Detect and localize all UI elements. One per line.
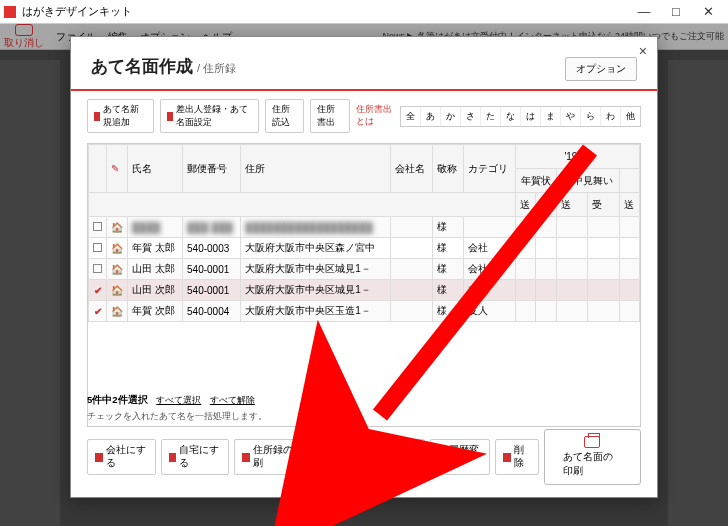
modal-subtitle: / 住所録	[197, 61, 236, 76]
cell-title: 様	[432, 217, 463, 238]
index-tab[interactable]: あ	[421, 107, 441, 126]
index-tab[interactable]: 全	[401, 107, 421, 126]
row-checkbox[interactable]	[89, 217, 107, 238]
export-button[interactable]: 住所書出	[310, 99, 349, 133]
cell-title: 様	[432, 238, 463, 259]
cell-zip: 540-0004	[183, 301, 241, 322]
select-all-link[interactable]: すべて選択	[156, 395, 201, 405]
folder-icon	[325, 453, 333, 462]
option-button[interactable]: オプション	[565, 57, 637, 81]
import-button[interactable]: 住所読込	[265, 99, 304, 133]
col-company[interactable]: 会社名	[391, 145, 432, 193]
app-title: はがきデザインキット	[22, 4, 132, 19]
cell-name: 山田 太郎	[128, 259, 183, 280]
cell-company	[391, 217, 432, 238]
history-button[interactable]: 履歴変更	[430, 439, 490, 475]
cell-category: 会社	[463, 259, 515, 280]
home-icon: 🏠	[107, 238, 128, 259]
new-address-button[interactable]: あて名新規追加	[87, 99, 154, 133]
address-table: ✎ 氏名 郵便番号 住所 会社名 敬称 カテゴリ '19 亥 年賀状 暑中見舞い…	[87, 143, 641, 427]
cell-category: 友人	[463, 280, 515, 301]
index-tab[interactable]: ら	[581, 107, 601, 126]
home-icon: 🏠	[107, 217, 128, 238]
toolbar: あて名新規追加 差出人登録・あて名面設定 住所読込 住所書出 住所書出とは 全 …	[71, 91, 657, 139]
table-row[interactable]: 🏠███████-█████████████████████様	[89, 217, 640, 238]
cell-category: 会社	[463, 238, 515, 259]
titlebar: はがきデザインキット — □ ✕	[0, 0, 728, 24]
col-title[interactable]: 敬称	[432, 145, 463, 193]
index-tab[interactable]: な	[501, 107, 521, 126]
undo-icon	[15, 24, 33, 36]
col-nenga[interactable]: 年賀状	[515, 169, 556, 193]
col-addr[interactable]: 住所	[241, 145, 391, 193]
cell-title: 様	[432, 301, 463, 322]
address-modal: × あて名面作成 / 住所録 オプション あて名新規追加 差出人登録・あて名面設…	[70, 36, 658, 498]
cell-company	[391, 259, 432, 280]
row-checkbox[interactable]	[89, 259, 107, 280]
cell-addr: ██████████████████	[241, 217, 391, 238]
cell-name: 年賀 太郎	[128, 238, 183, 259]
home-icon: 🏠	[107, 280, 128, 301]
selection-count: 5件中2件選択	[87, 394, 148, 405]
honorific-button[interactable]: 敬称	[382, 439, 425, 475]
col-category[interactable]: カテゴリ	[463, 145, 515, 193]
cell-zip: 540-0001	[183, 259, 241, 280]
maximize-button[interactable]: □	[660, 4, 692, 20]
index-tab[interactable]: た	[481, 107, 501, 126]
print-main-button[interactable]: あて名面の印刷	[544, 429, 642, 485]
cell-title: 様	[432, 280, 463, 301]
home-icon: 🏠	[107, 259, 128, 280]
col-name[interactable]: 氏名	[128, 145, 183, 193]
building-icon	[95, 453, 103, 462]
cell-company	[391, 301, 432, 322]
cell-addr: 大阪府大阪市中央区城見1－	[241, 280, 391, 301]
index-tab[interactable]: や	[561, 107, 581, 126]
row-checkbox[interactable]: ✔	[89, 301, 107, 322]
col-shochu[interactable]: 暑中見舞い	[557, 169, 620, 193]
trash-icon	[503, 453, 511, 462]
index-tab[interactable]: さ	[461, 107, 481, 126]
index-tab[interactable]: 他	[621, 107, 640, 126]
export-help-link[interactable]: 住所書出とは	[356, 104, 394, 128]
table-row[interactable]: 🏠山田 太郎540-0001大阪府大阪市中央区城見1－様会社	[89, 259, 640, 280]
index-tab[interactable]: わ	[601, 107, 621, 126]
table-row[interactable]: 🏠年賀 太郎540-0003大阪府大阪市中央区森ノ宮中様会社	[89, 238, 640, 259]
col-zip[interactable]: 郵便番号	[183, 145, 241, 193]
cell-name: 山田 次郎	[128, 280, 183, 301]
minimize-button[interactable]: —	[628, 4, 660, 20]
category-button[interactable]: カテゴリ	[317, 439, 377, 475]
deselect-all-link[interactable]: すべて解除	[210, 395, 255, 405]
set-home-button[interactable]: 自宅にする	[161, 439, 230, 475]
cell-zip: 540-0003	[183, 238, 241, 259]
home-icon	[169, 453, 177, 462]
index-tab[interactable]: ま	[541, 107, 561, 126]
undo-button[interactable]: 取り消し	[4, 24, 44, 50]
list-icon	[242, 453, 250, 462]
person-icon	[167, 112, 173, 121]
row-checkbox[interactable]	[89, 238, 107, 259]
cell-company	[391, 280, 432, 301]
index-tabs: 全 あ か さ た な は ま や ら わ 他	[400, 106, 641, 127]
index-tab[interactable]: か	[441, 107, 461, 126]
printer-icon	[584, 436, 600, 448]
app-icon	[4, 6, 16, 18]
cell-category: 友人	[463, 301, 515, 322]
modal-close-button[interactable]: ×	[639, 43, 647, 59]
cell-category	[463, 217, 515, 238]
col-year-group: '19 亥	[515, 145, 639, 169]
row-checkbox[interactable]: ✔	[89, 280, 107, 301]
cell-addr: 大阪府大阪市中央区玉造1－	[241, 301, 391, 322]
index-tab[interactable]: は	[521, 107, 541, 126]
print-list-button[interactable]: 住所録の印刷	[234, 439, 311, 475]
sender-settings-button[interactable]: 差出人登録・あて名面設定	[160, 99, 259, 133]
modal-header: あて名面作成 / 住所録 オプション	[71, 37, 657, 91]
cell-name: 年賀 次郎	[128, 301, 183, 322]
tag-icon	[390, 453, 398, 462]
modal-title: あて名面作成	[91, 55, 193, 78]
delete-button[interactable]: 削除	[495, 439, 538, 475]
close-button[interactable]: ✕	[692, 4, 724, 20]
footer-hint: チェックを入れたあて名を一括処理します。	[87, 410, 641, 423]
table-row[interactable]: ✔🏠山田 次郎540-0001大阪府大阪市中央区城見1－様友人	[89, 280, 640, 301]
table-row[interactable]: ✔🏠年賀 次郎540-0004大阪府大阪市中央区玉造1－様友人	[89, 301, 640, 322]
set-company-button[interactable]: 会社にする	[87, 439, 156, 475]
